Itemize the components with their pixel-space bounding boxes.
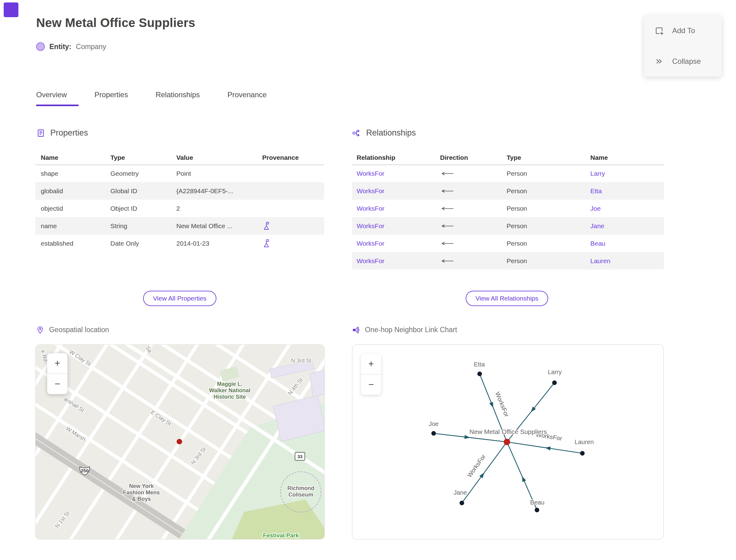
relationship-link[interactable]: WorksFor (357, 205, 385, 212)
chart-node-joe[interactable] (431, 431, 436, 436)
map-pin-icon (36, 326, 44, 334)
chart-center-label: New Metal Office Suppliers (470, 428, 547, 435)
properties-section-header: Properties (36, 128, 88, 138)
chart-edge-arrow (479, 471, 486, 478)
direction-arrow-left-icon (440, 224, 454, 228)
map-marker[interactable] (177, 439, 182, 444)
chart-edge-label: WorksFor (466, 453, 487, 478)
property-provenance[interactable] (257, 221, 324, 230)
relationship-link[interactable]: WorksFor (357, 257, 385, 265)
collapse-button[interactable]: Collapse (644, 46, 722, 77)
property-type: Geometry (105, 170, 171, 177)
link-chart: WorksForWorksForWorksForNew Metal Office… (429, 361, 594, 512)
map-zoom-in-button[interactable]: + (47, 353, 67, 374)
chart-node-label: Jane (454, 489, 467, 496)
type-cell: Person (502, 240, 586, 247)
chart-edge-arrow (489, 402, 495, 408)
chart-zoom-control: + − (361, 354, 381, 395)
link-chart-canvas[interactable]: WorksForWorksForWorksForNew Metal Office… (352, 344, 664, 539)
property-value: 2014-01-23 (171, 240, 257, 247)
view-all-properties-button[interactable]: View All Properties (143, 291, 217, 306)
provenance-flag-icon[interactable] (262, 221, 270, 230)
direction-arrow-left-icon (440, 259, 454, 263)
property-name: objectid (35, 205, 105, 212)
properties-icon (36, 128, 45, 138)
relationships-table-body: WorksForPersonLarryWorksForPersonEttaWor… (352, 165, 664, 270)
property-type: Date Only (105, 240, 171, 247)
link-chart-icon (352, 326, 360, 334)
add-to-button[interactable]: Add To (644, 15, 722, 46)
property-provenance[interactable] (257, 239, 324, 248)
relationship-row: WorksForPersonJane (352, 217, 664, 235)
chart-zoom-out-button[interactable]: − (361, 374, 381, 395)
property-name: name (35, 222, 105, 230)
tab-properties[interactable]: Properties (94, 87, 140, 106)
chart-node-label: Lauren (575, 439, 594, 445)
col-name: Name (35, 154, 105, 161)
entity-link[interactable]: Joe (590, 205, 601, 212)
chart-zoom-in-button[interactable]: + (361, 354, 381, 374)
chart-node-lauren[interactable] (580, 451, 585, 456)
properties-table-header: Name Type Value Provenance (35, 150, 324, 165)
col-value: Value (171, 154, 257, 161)
tab-provenance[interactable]: Provenance (228, 87, 278, 106)
entity-link[interactable]: Larry (590, 170, 605, 177)
map-label: N 3rd St (291, 358, 311, 364)
tabs: OverviewPropertiesRelationshipsProvenanc… (36, 87, 294, 106)
direction-cell (435, 224, 502, 228)
route-shield: 33 (295, 452, 305, 460)
tab-relationships[interactable]: Relationships (155, 87, 211, 106)
chart-node-label: Larry (548, 369, 562, 375)
tab-overview[interactable]: Overview (36, 87, 79, 106)
view-all-relationships-button[interactable]: View All Relationships (466, 291, 548, 306)
app-logo[interactable] (4, 2, 18, 17)
relationships-section-header: Relationships (352, 128, 416, 138)
entity-link[interactable]: Jane (590, 222, 604, 230)
chart-center-node[interactable] (504, 439, 510, 445)
entity-label: Entity: (49, 43, 71, 51)
add-to-icon (654, 26, 664, 35)
link-chart-section-title: One-hop Neighbor Link Chart (365, 326, 457, 334)
chart-node-larry[interactable] (552, 381, 557, 385)
relationship-link[interactable]: WorksFor (357, 187, 385, 195)
property-value: {A228944F-0EF5-... (171, 187, 257, 195)
relationship-link[interactable]: WorksFor (357, 222, 385, 230)
relationships-table-header: Relationship Direction Type Name (352, 150, 664, 165)
type-cell: Person (502, 257, 586, 265)
relationship-link[interactable]: WorksFor (357, 170, 385, 177)
map-label: Festival Park (263, 532, 299, 539)
col-relationship: Relationship (352, 154, 435, 161)
relationship-row: WorksForPersonBeau (352, 235, 664, 252)
col-provenance: Provenance (257, 154, 324, 161)
svg-text:33: 33 (297, 454, 303, 459)
properties-table-body: shapeGeometryPointglobalidGlobal ID{A228… (35, 165, 324, 252)
property-name: established (35, 240, 105, 247)
double-chevron-right-icon (654, 57, 664, 66)
add-to-label: Add To (672, 26, 695, 35)
actions-menu: Add To Collapse (644, 15, 722, 77)
property-value: Point (171, 170, 257, 177)
map-zoom-out-button[interactable]: − (47, 374, 67, 394)
chart-node-beau[interactable] (535, 508, 539, 512)
type-cell: Person (502, 222, 586, 230)
type-cell: Person (502, 170, 586, 177)
entity-type-value: Company (76, 43, 106, 51)
svg-text:250: 250 (81, 468, 88, 473)
property-value: New Metal Office ... (171, 222, 257, 230)
relationship-row: WorksForPersonLarry (352, 165, 664, 182)
chart-edge-arrow (464, 435, 470, 439)
entity-link[interactable]: Beau (590, 240, 605, 247)
entity-type-icon (36, 42, 45, 51)
chart-node-jane[interactable] (460, 501, 464, 505)
provenance-flag-icon[interactable] (262, 239, 270, 248)
col-rel-type: Type (502, 154, 586, 161)
property-row: establishedDate Only2014-01-23 (35, 235, 324, 252)
relationship-link[interactable]: WorksFor (357, 240, 385, 247)
map-canvas[interactable]: k RdW Clay StSaarshall StW MarshE Clay S… (35, 344, 325, 539)
chart-node-etta[interactable] (477, 372, 482, 376)
property-row: objectidObject ID2 (35, 200, 324, 217)
entity-link[interactable]: Etta (590, 187, 602, 195)
entity-badge: Entity: Company (36, 42, 106, 51)
col-rel-name: Name (586, 154, 664, 161)
entity-link[interactable]: Lauren (590, 257, 610, 265)
